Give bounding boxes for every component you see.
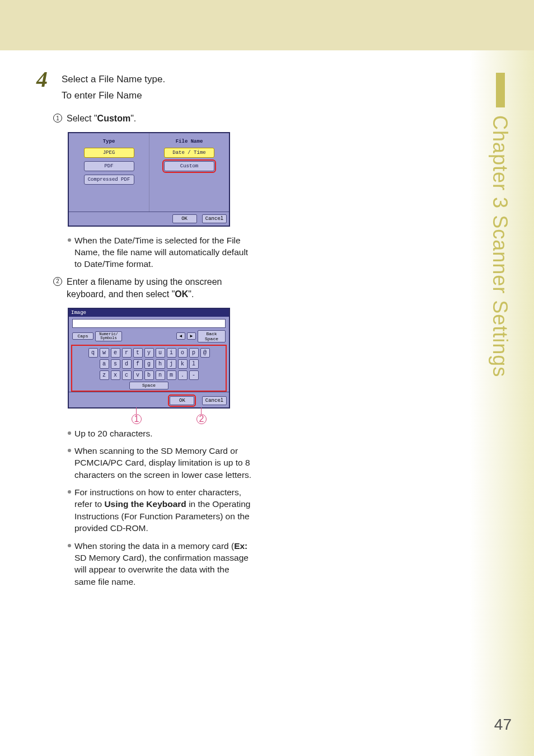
custom-button[interactable]: Custom [164,161,214,171]
screenshot-type-filename: Type JPEG PDF Compressed PDF File Name D… [68,132,230,227]
key-h[interactable]: h [156,359,165,369]
key-i[interactable]: i [167,348,176,358]
ok-button[interactable]: OK [172,214,197,223]
type-label: Type [73,139,144,144]
b4-pre: When storing the data in a memory card ( [74,541,234,551]
kb-keys-highlight: qwertyuiop@ asdfghjkl zxcvbnm.- Space [72,346,226,391]
kb-title-bar: Image [69,309,229,317]
kb-row1: qwertyuiop@ [73,348,224,358]
key-o[interactable]: o [178,348,188,358]
step-line-1: Select a File Name type. [62,73,252,87]
sub-step-1: 1 Select "Custom". [53,112,327,125]
b4-bold: Ex: [234,541,247,551]
sub2-post: ". [188,289,194,299]
key-t[interactable]: t [133,348,143,358]
kb-ok-button[interactable]: OK [170,396,194,405]
bullet-overwrite: When storing the data in a memory card (… [74,540,252,588]
sub2-bold: OK [175,289,188,299]
key-n[interactable]: n [156,370,165,380]
space-key[interactable]: Space [129,382,168,389]
key-y[interactable]: y [144,348,154,358]
callout-row: 1 2 [68,408,230,424]
bullet-20chars: Up to 20 characters. [74,428,252,439]
kb-row3: zxcvbnm.- [73,370,224,380]
key-x[interactable]: x [111,370,120,380]
jpeg-button[interactable]: JPEG [84,148,134,158]
key-z[interactable]: z [100,370,109,380]
compressed-pdf-button[interactable]: Compressed PDF [84,175,134,185]
section-label: Scanner Settings [489,215,512,377]
sub1-bold: Custom [97,114,131,123]
sub1-pre: Select " [67,114,97,123]
key-d[interactable]: d [122,359,132,369]
key-k[interactable]: k [178,359,188,369]
chapter-title-vertical: Chapter 3 Scanner Settings [488,115,512,377]
sub1-post: ". [130,114,136,123]
caps-button[interactable]: Caps [72,332,93,340]
key-w[interactable]: w [100,348,109,358]
kb-control-row: Caps Numeric/ Symbols ◄ ► Back Space [69,330,229,345]
step-instruction: Select a File Name type. To enter File N… [62,73,252,102]
filename-label: File Name [154,139,224,144]
cancel-button[interactable]: Cancel [202,214,227,223]
key-@[interactable]: @ [200,348,210,358]
key-r[interactable]: r [122,348,132,358]
note-block-1: When the Date/Time is selected for the F… [68,234,252,270]
key-p[interactable]: p [189,348,199,358]
chapter-label: Chapter 3 [489,115,512,209]
bullet-datetime-note: When the Date/Time is selected for the F… [74,234,252,270]
sub-step-2: 2 Enter a filename by using the onscreen… [53,276,327,301]
kb-text-input[interactable] [72,319,226,328]
note-block-2: Up to 20 characters. When scanning to th… [68,428,252,588]
b4-post: SD Memory Card), the confirmation massag… [74,553,249,586]
key-s[interactable]: s [111,359,120,369]
arrow-right-button[interactable]: ► [187,332,196,340]
datetime-button[interactable]: Date / Time [164,148,214,158]
key-l[interactable]: l [189,359,199,369]
key-c[interactable]: c [122,370,132,380]
screenshot-footer: OK Cancel [69,212,229,226]
b3-bold: Using the Keyboard [104,499,186,509]
bullet-dot [68,544,71,547]
key-g[interactable]: g [144,359,154,369]
type-column: Type JPEG PDF Compressed PDF [69,133,149,212]
key-q[interactable]: q [88,348,98,358]
key-.[interactable]: . [178,370,188,380]
key-v[interactable]: v [133,370,143,380]
screenshot-keyboard: Image Caps Numeric/ Symbols ◄ ► Back Spa… [68,308,230,408]
arrow-left-button[interactable]: ◄ [176,332,185,340]
kb-row2: asdfghjkl [73,359,224,369]
pdf-button[interactable]: PDF [84,161,134,171]
backspace-button[interactable]: Back Space [198,330,226,342]
numeric-symbols-button[interactable]: Numeric/ Symbols [95,331,122,341]
key-b[interactable]: b [144,370,154,380]
bullet-dot [68,431,71,435]
page-number: 47 [494,716,512,734]
sub2-pre: Enter a filename by using the onscreen k… [67,277,222,299]
key-f[interactable]: f [133,359,143,369]
circled-num-1: 1 [53,114,62,123]
kb-footer: OK Cancel [69,392,229,407]
key-m[interactable]: m [167,370,176,380]
sub2-text: Enter a filename by using the onscreen k… [67,276,255,301]
bullet-keyboard-ref: For instructions on how to enter charact… [74,486,252,534]
bullet-dot [68,238,71,242]
key-e[interactable]: e [111,348,120,358]
callout-num-2: 2 [196,414,207,424]
key-a[interactable]: a [100,359,109,369]
bullet-dot [68,490,71,494]
sub1-text: Select "Custom". [67,112,255,125]
key--[interactable]: - [189,370,199,380]
key-u[interactable]: u [156,348,165,358]
callout-num-1: 1 [132,414,142,424]
bullet-dot [68,449,71,452]
callout-line-1 [136,407,137,414]
filename-column: File Name Date / Time Custom [149,133,229,212]
kb-cancel-button[interactable]: Cancel [202,396,227,405]
key-j[interactable]: j [167,359,176,369]
bullet-sdcard: When scanning to the SD Memory Card or P… [74,445,252,481]
content-column: Select a File Name type. To enter File N… [36,73,327,593]
chapter-tab [496,73,505,107]
chapter-spacer [489,209,512,215]
step-line-2: To enter File Name [62,89,252,103]
